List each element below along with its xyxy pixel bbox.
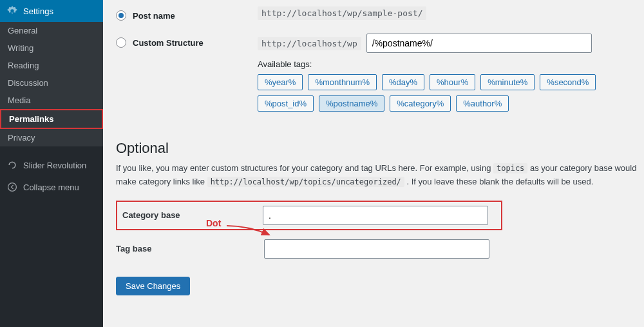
- sidebar-settings-label: Settings: [23, 6, 53, 16]
- sidebar-item-writing[interactable]: Writing: [0, 39, 103, 57]
- option-custom-label: Custom Structure: [133, 38, 204, 48]
- option-postname-label: Post name: [133, 11, 175, 21]
- code-example-url: http://localhost/wp/topics/uncategorized…: [207, 177, 404, 187]
- postname-url-sample: http://localhost/wp/sample-post/: [258, 6, 426, 20]
- sidebar-slider-label: Slider Revolution: [23, 161, 86, 170]
- radio-postname[interactable]: [116, 10, 126, 21]
- custom-url-prefix: http://localhost/wp: [258, 37, 361, 50]
- tag-button[interactable]: %postname%: [319, 95, 384, 112]
- tag-base-input[interactable]: [264, 239, 489, 259]
- tag-button[interactable]: %year%: [258, 74, 303, 90]
- sidebar-item-privacy[interactable]: Privacy: [0, 129, 103, 146]
- sidebar-item-media[interactable]: Media: [0, 92, 103, 109]
- optional-description: If you like, you may enter custom struct…: [116, 162, 644, 189]
- tag-button[interactable]: %day%: [382, 74, 424, 90]
- tag-button-group: %year%%monthnum%%day%%hour%%minute%%seco…: [258, 74, 644, 112]
- sidebar-settings-header[interactable]: Settings: [0, 0, 103, 22]
- available-tags-label: Available tags:: [258, 59, 644, 69]
- sidebar-item-discussion[interactable]: Discussion: [0, 74, 103, 92]
- category-base-input[interactable]: [263, 206, 488, 225]
- main-content: Post name http://localhost/wp/sample-pos…: [103, 0, 644, 327]
- option-postname-row: Post name http://localhost/wp/sample-pos…: [116, 0, 644, 27]
- custom-structure-input[interactable]: [366, 34, 592, 53]
- admin-sidebar: Settings General Writing Reading Discuss…: [0, 0, 103, 327]
- tag-button[interactable]: %author%: [456, 95, 509, 112]
- sidebar-item-general[interactable]: General: [0, 22, 103, 39]
- sidebar-collapse[interactable]: Collapse menu: [0, 176, 103, 198]
- optional-heading: Optional: [116, 140, 644, 157]
- tag-button[interactable]: %post_id%: [258, 95, 314, 112]
- tag-button[interactable]: %second%: [540, 74, 596, 90]
- collapse-icon: [6, 181, 18, 193]
- tag-button[interactable]: %category%: [390, 95, 451, 112]
- sidebar-item-reading[interactable]: Reading: [0, 57, 103, 74]
- radio-custom[interactable]: [116, 37, 126, 48]
- option-custom-row: Custom Structure http://localhost/wp Ava…: [116, 27, 644, 131]
- sidebar-submenu: General Writing Reading Discussion Media…: [0, 22, 103, 146]
- code-topics: topics: [493, 163, 527, 173]
- tag-button[interactable]: %monthnum%: [308, 74, 377, 90]
- sidebar-collapse-label: Collapse menu: [23, 183, 79, 192]
- tag-base-label: Tag base: [116, 244, 264, 253]
- settings-icon: [6, 5, 18, 17]
- option-postname-label-wrap[interactable]: Post name: [116, 6, 258, 21]
- tag-button[interactable]: %minute%: [480, 74, 535, 90]
- category-base-label: Category base: [122, 210, 263, 220]
- sidebar-item-permalinks[interactable]: Permalinks: [0, 109, 103, 129]
- svg-point-0: [8, 183, 17, 192]
- refresh-icon: [6, 159, 18, 171]
- category-base-highlight: Category base: [116, 201, 502, 230]
- option-custom-label-wrap[interactable]: Custom Structure: [116, 34, 258, 48]
- tag-button[interactable]: %hour%: [430, 74, 475, 90]
- save-changes-button[interactable]: Save Changes: [116, 277, 190, 295]
- tag-base-row: Tag base: [116, 230, 644, 268]
- sidebar-item-slider-revolution[interactable]: Slider Revolution: [0, 154, 103, 176]
